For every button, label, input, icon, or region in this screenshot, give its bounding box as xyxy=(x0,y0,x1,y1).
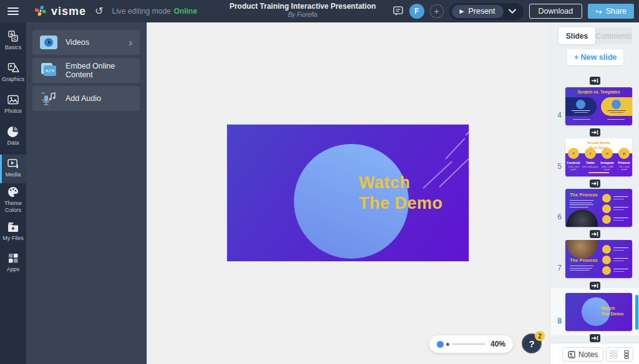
embed-online-content-button[interactable]: </> Embed Online Content xyxy=(32,58,140,83)
user-avatar[interactable]: F xyxy=(409,4,424,19)
thumb-size-label: 735 x 1102 pixels xyxy=(616,166,632,171)
left-sidebar: A C Basics Graphics Photos xyxy=(0,22,26,364)
topbar-actions: F + ▶ Present Download ↪ Share xyxy=(393,0,634,22)
my-files-icon xyxy=(7,221,19,233)
editor-canvas[interactable]: Watch The Demo 40% ? 2 xyxy=(147,22,550,364)
slide-transition-icon[interactable] xyxy=(590,230,600,238)
grid-view-button[interactable] xyxy=(607,348,620,361)
thumb-size-label: 506 x 506 pixels xyxy=(582,166,598,168)
basics-icon: A C xyxy=(7,30,19,42)
slide-transition-icon[interactable] xyxy=(590,334,600,342)
slide-transition-icon[interactable] xyxy=(590,128,600,136)
sidebar-label: Basics xyxy=(5,44,22,51)
sidebar-label: Graphics xyxy=(2,76,24,83)
slide-thumbnail-4[interactable]: Scratch vs. Templates xyxy=(565,87,632,125)
present-label: Present xyxy=(468,7,495,16)
tab-comments[interactable]: Comments xyxy=(595,27,632,44)
present-control: ▶ Present xyxy=(449,3,524,20)
tab-slides[interactable]: Slides xyxy=(559,27,595,44)
sidebar-item-apps[interactable]: Apps xyxy=(0,249,26,278)
editing-mode-label: Live editing mode xyxy=(112,7,170,16)
undo-icon[interactable]: ↺ xyxy=(95,6,103,16)
visme-logo-icon xyxy=(34,5,47,17)
slide-transition-icon[interactable] xyxy=(590,77,600,85)
current-slide[interactable]: Watch The Demo xyxy=(227,124,469,262)
zoom-control: 40% xyxy=(429,335,513,353)
visme-wordmark: visme xyxy=(51,5,86,18)
video-play-icon xyxy=(40,36,57,49)
notes-button[interactable]: Notes xyxy=(562,347,603,362)
slide-thumbnail-8-selected[interactable]: Watch The Demo xyxy=(565,293,632,331)
grid-view-icon xyxy=(610,350,617,359)
zoom-slider-handle[interactable] xyxy=(437,341,444,348)
slide-number: 5 xyxy=(550,162,562,171)
chevron-down-icon xyxy=(509,9,516,14)
thumb-title: The Process xyxy=(570,257,598,263)
add-collaborator-button[interactable]: + xyxy=(430,4,444,18)
embed-code-icon: </> xyxy=(40,63,57,78)
visme-logo[interactable]: visme xyxy=(34,5,86,18)
slide-thumbnail-6[interactable]: The Process xyxy=(565,189,632,227)
sidebar-item-graphics[interactable]: Graphics xyxy=(0,59,26,88)
sidebar-label: Data xyxy=(7,140,19,146)
sidebar-label: Theme Colors xyxy=(2,200,24,214)
thumb-platform-label: Instagram xyxy=(599,161,615,165)
thumb-size-label: 1080 x 1080 pixels xyxy=(599,166,615,171)
thumb-title: Scratch vs. Templates xyxy=(565,90,632,94)
sidebar-item-basics[interactable]: A C Basics xyxy=(0,27,26,56)
slide-number: 4 xyxy=(550,111,562,120)
download-button[interactable]: Download xyxy=(529,4,583,19)
slide-diagonal-line xyxy=(445,138,465,159)
share-arrow-icon: ↪ xyxy=(595,7,602,16)
add-audio-label: Add Audio xyxy=(66,94,132,103)
slide-title-text[interactable]: Watch The Demo xyxy=(359,173,443,214)
help-notification-badge: 2 xyxy=(535,331,545,341)
document-title[interactable]: Product Training Interactive Presentatio… xyxy=(187,2,418,11)
comment-icon[interactable] xyxy=(393,6,404,16)
present-dropdown-button[interactable] xyxy=(504,9,521,14)
slide-transition-icon[interactable] xyxy=(590,282,600,290)
videos-button[interactable]: Videos › xyxy=(32,30,140,55)
slide-transition-icon[interactable] xyxy=(590,180,600,188)
thumb-size-label: 1200 x 630 pixels xyxy=(565,166,582,171)
slide-title-line2: The Demo xyxy=(359,193,443,214)
thumb-platform-label: Facebook xyxy=(565,161,582,165)
graphics-icon xyxy=(7,62,19,74)
list-view-icon xyxy=(624,350,629,359)
sidebar-label: My Files xyxy=(2,235,24,242)
sidebar-item-my-files[interactable]: My Files xyxy=(0,218,26,247)
slide-diagonal-line xyxy=(439,158,469,187)
zoom-slider-track[interactable] xyxy=(452,343,485,345)
zoom-value: 40% xyxy=(490,340,505,348)
zoom-slider-default-dot xyxy=(446,343,449,346)
theme-colors-icon xyxy=(7,186,19,198)
thumbnail-view-toggle xyxy=(606,347,633,362)
slide-number: 7 xyxy=(550,264,562,272)
slide-thumbnail-5[interactable]: Social Media Post Sizes f t o p Facebook… xyxy=(565,138,632,176)
hamburger-menu-icon[interactable] xyxy=(0,0,26,22)
share-button[interactable]: ↪ Share xyxy=(588,4,634,19)
apps-icon xyxy=(7,252,19,264)
slide-diagonal-line xyxy=(465,128,469,135)
present-button[interactable]: ▶ Present xyxy=(452,5,504,18)
document-title-block: Product Training Interactive Presentatio… xyxy=(187,2,418,18)
slide-title-line1: Watch xyxy=(359,173,443,193)
add-audio-button[interactable]: Add Audio xyxy=(32,86,140,111)
svg-text:C: C xyxy=(13,36,16,41)
list-view-button[interactable] xyxy=(620,348,633,361)
sidebar-item-data[interactable]: Data xyxy=(0,123,26,151)
notes-bar: Notes xyxy=(550,343,639,364)
embed-label: Embed Online Content xyxy=(66,62,132,79)
slide-thumbnail-7[interactable]: The Process xyxy=(565,240,632,278)
new-slide-button[interactable]: + New slide xyxy=(567,49,623,65)
slides-panel: Slides Comments + New slide 4 5 6 7 8 Sc… xyxy=(550,22,639,364)
sidebar-item-media[interactable]: Media xyxy=(0,155,26,183)
sidebar-item-theme-colors[interactable]: Theme Colors xyxy=(0,183,26,218)
sidebar-item-photos[interactable]: Photos xyxy=(0,91,26,120)
add-audio-icon xyxy=(40,90,57,107)
media-panel: Videos › </> Embed Online Content Add Au… xyxy=(26,22,147,364)
photos-icon xyxy=(7,93,19,106)
thumb-platform-label: Twitter xyxy=(582,161,598,165)
app-window: visme ↺ Live editing mode Online Product… xyxy=(0,0,639,364)
present-play-icon: ▶ xyxy=(460,8,464,14)
